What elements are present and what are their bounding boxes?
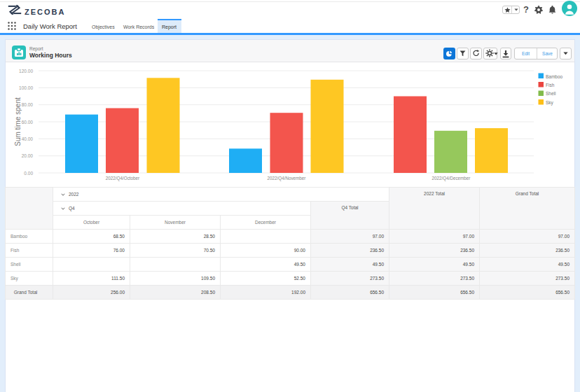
svg-text:Sky: Sky [546,100,554,106]
svg-text:100.00: 100.00 [19,85,33,90]
svg-text:Bamboo: Bamboo [546,74,563,79]
svg-text:40.00: 40.00 [22,136,34,141]
svg-text:Sum time spent: Sum time spent [14,97,22,146]
svg-text:60.00: 60.00 [22,120,34,125]
svg-text:20.00: 20.00 [22,153,34,158]
svg-text:2022/Q4/December: 2022/Q4/December [432,176,471,181]
svg-text:Shell: Shell [546,91,556,96]
svg-text:80.00: 80.00 [22,102,34,107]
svg-text:120.00: 120.00 [19,69,33,74]
svg-text:2022/Q4/November: 2022/Q4/November [268,176,306,181]
svg-text:Fish: Fish [546,83,555,88]
svg-text:0.00: 0.00 [24,171,33,176]
svg-text:2022/Q4/October: 2022/Q4/October [106,176,139,181]
